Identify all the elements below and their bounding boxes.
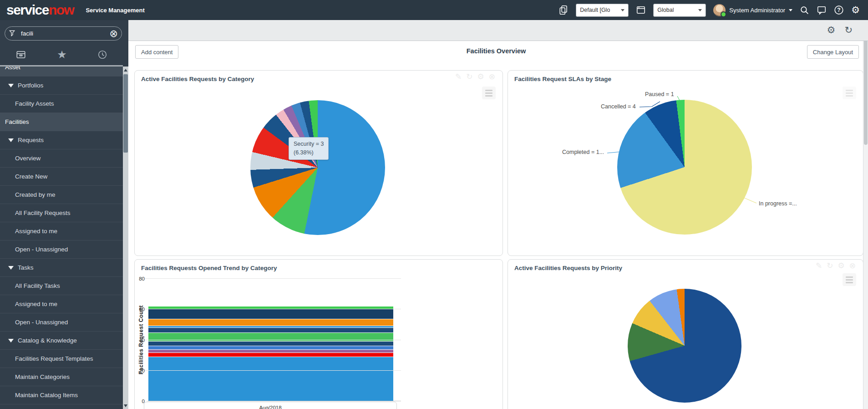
scroll-down-arrow[interactable]	[123, 402, 128, 409]
refresh-icon[interactable]: ↻	[827, 262, 833, 270]
sidebar-item-label: Maintain Catalog Items	[15, 392, 78, 399]
sidebar-item-overview-5[interactable]: Overview	[0, 149, 123, 168]
sidebar-item-open-unassigned-14[interactable]: Open - Unassigned	[0, 313, 123, 332]
svg-text:?: ?	[837, 7, 840, 13]
bar-segment[interactable]	[148, 353, 393, 356]
edit-icon[interactable]: ✎	[816, 262, 822, 270]
sidebar-item-all-facility-tasks-12[interactable]: All Facility Tasks	[0, 277, 123, 295]
x-axis-navigator[interactable]: Aug/2018	[144, 402, 397, 409]
bar-segment[interactable]	[148, 341, 393, 346]
bar-segment[interactable]	[148, 319, 393, 326]
sidebar-item-label: Facilities Request Templates	[15, 355, 93, 362]
refresh-icon[interactable]: ↻	[466, 73, 472, 81]
refresh-icon[interactable]: ↻	[844, 26, 853, 35]
tab-history[interactable]	[97, 50, 107, 60]
dashboard-settings-gear-icon[interactable]: ⚙	[827, 26, 836, 35]
scope-value: Global	[657, 7, 674, 13]
sidebar-item-label: Assigned to me	[15, 301, 57, 307]
sidebar-item-facility-assets-2[interactable]: Facility Assets	[0, 95, 123, 113]
gridline	[145, 340, 401, 340]
trend-bar[interactable]	[148, 306, 393, 401]
sidebar-item-requests-4[interactable]: Requests	[0, 131, 123, 149]
main-scrollbar-thumb[interactable]	[864, 26, 868, 145]
chevron-down-icon	[8, 266, 14, 270]
scroll-up-arrow[interactable]	[123, 66, 128, 73]
chat-icon[interactable]	[817, 5, 827, 15]
clear-filter-icon[interactable]: ⊗	[110, 29, 118, 39]
sidebar-item-open-unassigned-10[interactable]: Open - Unassigned	[0, 240, 123, 259]
help-icon[interactable]: ?	[834, 5, 844, 15]
y-tick-label: 20	[133, 368, 145, 373]
top-header: servicenow Service Management Default [G…	[0, 0, 868, 20]
sidebar-item-tasks-11[interactable]: Tasks	[0, 259, 123, 277]
close-icon[interactable]: ⊗	[849, 262, 856, 270]
sidebar-item-maintain-categories-17[interactable]: Maintain Categories	[0, 368, 123, 386]
panel-title: Active Facilities Requests by Category	[141, 76, 254, 82]
panel-title: Active Facilities Requests by Priority	[514, 265, 622, 271]
sidebar-item-facilities-3[interactable]: Facilities	[0, 113, 123, 131]
sidebar-item-assigned-to-me-9[interactable]: Assigned to me	[0, 222, 123, 240]
scrollbar-thumb[interactable]	[123, 74, 128, 153]
application-window-icon[interactable]	[636, 5, 646, 15]
panel-sla-by-stage: Facilities Request SLAs by Stage Paused …	[508, 70, 863, 256]
connect-sidebar-icon[interactable]	[558, 5, 569, 15]
bar-segment[interactable]	[148, 357, 393, 401]
gridline	[145, 370, 401, 371]
user-menu[interactable]: System Administrator	[713, 4, 792, 16]
main-scrollbar[interactable]	[863, 20, 868, 409]
chart-actions: ✎ ↻ ⚙ ⊗	[816, 262, 856, 270]
panel-title: Facilities Request SLAs by Stage	[514, 76, 611, 82]
servicenow-logo[interactable]: servicenow	[6, 3, 74, 17]
sidebar-item-catalog-knowledge-15[interactable]: Catalog & Knowledge	[0, 332, 123, 350]
pie-chart-priority[interactable]	[628, 289, 741, 403]
sidebar-scrollbar[interactable]	[123, 66, 128, 409]
chevron-down-icon	[621, 9, 624, 11]
tab-all-applications[interactable]	[15, 49, 26, 60]
pie-label-cancelled: Cancelled = 4	[601, 103, 636, 110]
sidebar-item-label: Overview	[15, 155, 41, 162]
sidebar-item-label: Facilities	[5, 118, 29, 125]
bar-segment[interactable]	[148, 309, 393, 319]
chevron-down-icon	[698, 9, 702, 11]
page-title: Facilities Overview	[467, 47, 526, 55]
pie-chart-category[interactable]	[250, 100, 385, 235]
sidebar-item-label: Maintain Categories	[15, 373, 70, 380]
tab-favorites[interactable]: ★	[57, 49, 67, 60]
pie-chart-sla-stage[interactable]	[617, 100, 752, 235]
gear-icon[interactable]: ⚙	[838, 262, 845, 270]
bar-segment[interactable]	[148, 346, 393, 349]
application-navigator: ⊗ ★ AssetPortfoliosFacility AssetsFacili…	[0, 20, 128, 409]
sidebar-item-created-by-me-7[interactable]: Created by me	[0, 186, 123, 204]
sidebar-item-label: Created by me	[15, 191, 56, 198]
bar-segment[interactable]	[148, 349, 393, 353]
chart-menu-button[interactable]	[843, 87, 856, 99]
x-axis-label: Aug/2018	[259, 405, 281, 409]
update-set-value: Default [Glo	[580, 7, 610, 13]
sidebar-item-label: Requests	[18, 137, 44, 143]
pie-label-in-progress: In progress =...	[759, 200, 797, 207]
edit-icon[interactable]: ✎	[455, 73, 462, 81]
content-toolbar: ⚙ ↻	[128, 20, 868, 41]
chart-menu-button[interactable]	[843, 273, 856, 286]
sidebar-item-portfolios-1[interactable]: Portfolios	[0, 77, 123, 95]
filter-navigator-input[interactable]	[20, 30, 106, 37]
search-icon[interactable]	[800, 5, 809, 15]
application-scope-select[interactable]: Global	[653, 4, 706, 17]
trend-plot: 020406080	[147, 278, 401, 401]
sidebar-item-all-facility-requests-8[interactable]: All Facility Requests	[0, 204, 123, 222]
sidebar-item-assigned-to-me-13[interactable]: Assigned to me	[0, 295, 123, 313]
sidebar-item-facilities-request-templates-16[interactable]: Facilities Request Templates	[0, 350, 123, 368]
close-icon[interactable]: ⊗	[489, 73, 495, 81]
add-content-button[interactable]: Add content	[135, 45, 178, 59]
chevron-down-icon	[8, 84, 14, 87]
sidebar-item-label: Portfolios	[18, 82, 43, 89]
chart-menu-button[interactable]	[482, 87, 496, 99]
sidebar-item-create-new-6[interactable]: Create New	[0, 168, 123, 186]
gear-icon[interactable]: ⚙	[851, 5, 860, 15]
update-set-select[interactable]: Default [Glo	[576, 4, 629, 17]
bar-segment[interactable]	[148, 327, 393, 333]
sidebar-item-asset-0[interactable]: Asset	[0, 66, 123, 77]
sidebar-item-maintain-catalog-items-18[interactable]: Maintain Catalog Items	[0, 386, 123, 404]
change-layout-button[interactable]: Change Layout	[807, 45, 859, 59]
gear-icon[interactable]: ⚙	[477, 73, 484, 81]
